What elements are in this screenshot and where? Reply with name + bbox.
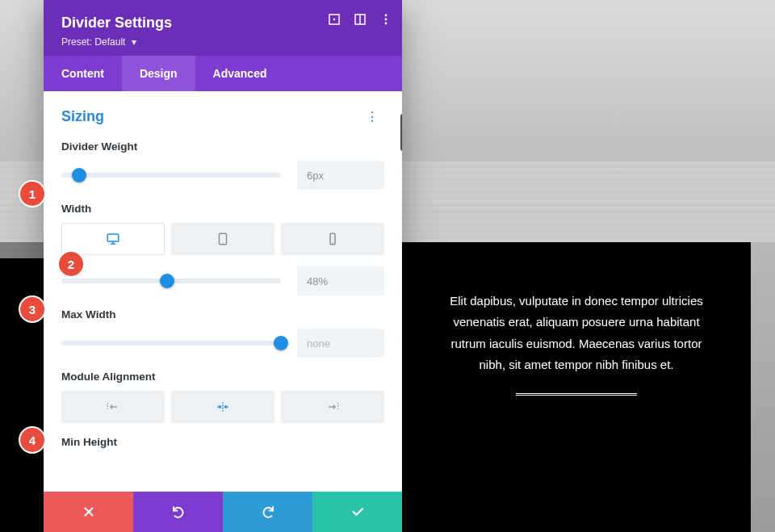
expand-icon[interactable]	[328, 13, 341, 26]
panel-tabs: Content Design Advanced	[44, 56, 402, 91]
preset-value: Default	[94, 36, 125, 48]
settings-panel: Divider Settings Preset: Default ▾ Conte…	[44, 0, 402, 532]
panel-footer	[44, 492, 402, 532]
svg-point-5	[385, 19, 388, 21]
device-tab-desktop[interactable]	[61, 223, 165, 255]
control-min-height: Min Height	[61, 436, 384, 448]
callout-2: 2	[59, 252, 83, 276]
preview-divider	[516, 393, 637, 397]
align-center[interactable]	[171, 391, 274, 423]
svg-point-13	[332, 242, 333, 243]
responsive-icon[interactable]	[354, 13, 367, 26]
chevron-down-icon: ▾	[132, 36, 136, 48]
panel-header: Divider Settings Preset: Default ▾	[44, 0, 402, 56]
svg-point-11	[222, 242, 223, 243]
tab-design[interactable]: Design	[122, 56, 195, 91]
control-module-alignment: Module Alignment	[61, 371, 384, 423]
tab-advanced[interactable]: Advanced	[195, 56, 285, 91]
panel-header-icons	[328, 13, 392, 26]
device-tab-tablet[interactable]	[171, 223, 274, 255]
svg-point-1	[333, 19, 335, 20]
svg-point-6	[385, 23, 388, 25]
background-image-strip	[751, 242, 775, 532]
callout-1: 1	[20, 182, 44, 206]
device-tabs	[61, 223, 384, 255]
label-width: Width	[61, 203, 384, 215]
slider-divider-weight[interactable]	[61, 167, 281, 183]
section-title-sizing[interactable]: Sizing	[61, 108, 104, 125]
callout-3: 3	[20, 297, 44, 321]
slider-width[interactable]	[61, 273, 281, 289]
svg-rect-7	[107, 234, 119, 241]
save-button[interactable]	[312, 492, 402, 532]
callout-4: 4	[20, 428, 44, 452]
stage: Elit dapibus, vulputate in donec tempor …	[0, 0, 775, 532]
label-module-alignment: Module Alignment	[61, 371, 384, 383]
svg-point-4	[385, 15, 388, 17]
panel-preset[interactable]: Preset: Default ▾	[61, 36, 384, 48]
label-min-height: Min Height	[61, 436, 384, 448]
tab-content[interactable]: Content	[44, 56, 122, 91]
align-left[interactable]	[61, 391, 165, 423]
alignment-tabs	[61, 391, 384, 423]
section-menu-icon[interactable]: ⋮	[361, 106, 384, 128]
label-max-width: Max Width	[61, 308, 384, 320]
control-width: Width 48%	[61, 203, 384, 295]
align-right[interactable]	[281, 391, 384, 423]
undo-button[interactable]	[133, 492, 223, 532]
panel-body: Sizing ⋮ Divider Weight 6px Width	[44, 91, 402, 492]
control-divider-weight: Divider Weight 6px	[61, 140, 384, 190]
input-width[interactable]: 48%	[297, 266, 384, 295]
scrollbar[interactable]	[400, 114, 402, 151]
preset-label: Preset:	[61, 36, 92, 48]
input-max-width[interactable]: none	[297, 329, 384, 358]
label-divider-weight: Divider Weight	[61, 140, 384, 153]
more-icon[interactable]	[379, 13, 392, 26]
slider-max-width[interactable]	[61, 335, 281, 351]
redo-button[interactable]	[223, 492, 312, 532]
device-tab-phone[interactable]	[281, 223, 384, 255]
preview-card: Elit dapibus, vulputate in donec tempor …	[402, 242, 751, 532]
control-max-width: Max Width none	[61, 308, 384, 358]
cancel-button[interactable]	[44, 492, 133, 532]
input-divider-weight[interactable]: 6px	[297, 161, 384, 190]
preview-paragraph: Elit dapibus, vulputate in donec tempor …	[439, 291, 714, 375]
